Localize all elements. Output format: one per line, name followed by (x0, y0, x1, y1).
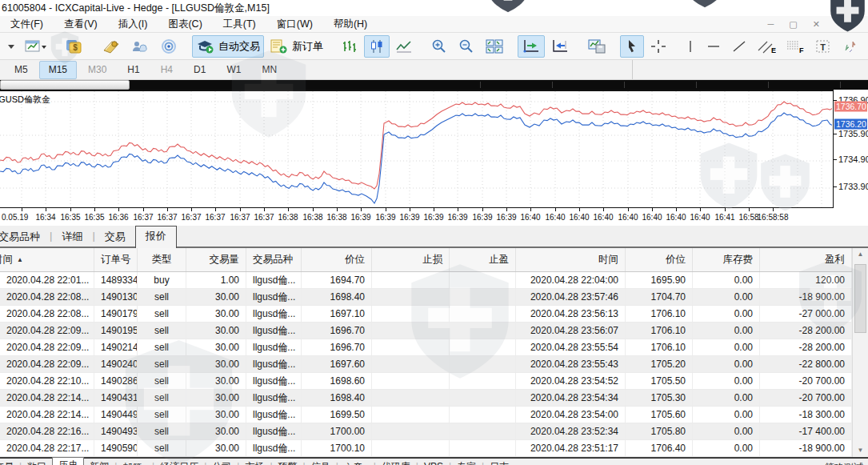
data-cloud-button[interactable] (126, 35, 154, 58)
menu-查看[interactable]: 查看(V) (54, 16, 108, 32)
window-controls[interactable]: ─ ▢ ✕ (767, 16, 826, 32)
templates-button[interactable] (583, 35, 610, 58)
table-row[interactable]: 2020.04.28 22:08...1490179sell30.00llgus… (0, 306, 852, 323)
bottom-tab-交易[interactable]: 交易 (0, 459, 19, 465)
chart-shift-button[interactable] (546, 35, 574, 58)
menu-文件[interactable]: 文件(F) (0, 16, 54, 32)
table-row[interactable]: 2020.04.28 22:14...1490449sell30.00llgus… (0, 407, 852, 423)
table-row[interactable]: 2020.04.28 22:16...1490493sell30.00llgus… (0, 423, 852, 440)
chart-hscrollbar[interactable] (0, 80, 868, 90)
cell-7 (450, 423, 516, 439)
autotrading-label: 自动交易 (218, 39, 260, 54)
dropdown-arrow-button[interactable] (3, 35, 19, 58)
chart-window[interactable]: LLGUSD倫敦金 1736.901735.901734.901733.9017… (0, 90, 868, 226)
chart-plot[interactable]: LLGUSD倫敦金 (0, 90, 834, 208)
column-header-1[interactable]: 订单号 (94, 248, 138, 271)
menu-工具[interactable]: 工具(T) (213, 16, 266, 32)
bottom-tab-专家[interactable]: 专家 (451, 459, 482, 465)
vertical-line-button[interactable] (681, 35, 700, 58)
panel-tab-交易[interactable]: 交易 (95, 227, 135, 247)
column-header-7[interactable]: 止盈 (450, 248, 516, 271)
column-header-0[interactable]: 时间▲ (0, 248, 94, 271)
bottom-tab-经济日历[interactable]: 经济日历 (154, 459, 204, 465)
candlestick-chart-button[interactable] (364, 35, 390, 58)
column-header-6[interactable]: 止损 (372, 248, 450, 271)
text-label-button[interactable]: T (810, 35, 836, 58)
scroll-down-arrow[interactable]: ▼ (853, 444, 868, 457)
bottom-tab-敞口[interactable]: 敞口 (22, 459, 52, 465)
menu-图表[interactable]: 图表(C) (158, 16, 212, 32)
bottom-tab-新闻[interactable]: 新闻 (84, 459, 114, 465)
scroll-up-arrow[interactable]: ▲ (853, 248, 868, 261)
bottom-tab-公司[interactable]: 公司 (206, 459, 237, 465)
table-row[interactable]: 2020.04.28 22:09...1490195sell30.00llgus… (0, 323, 852, 339)
menu-帮助[interactable]: 帮助(H) (323, 16, 378, 32)
table-row[interactable]: 2020.04.28 22:01...1489334buy1.00llgusd倫… (0, 272, 852, 289)
navigator-radar-button[interactable] (155, 35, 182, 58)
search-button[interactable] (865, 35, 868, 58)
autotrading-button[interactable]: 自动交易 (192, 35, 264, 58)
table-row[interactable]: 2020.04.28 22:10...1490286sell30.00llgus… (0, 373, 852, 390)
bottom-tab-日志[interactable]: 日志 (484, 459, 514, 465)
column-header-11[interactable]: 盈利 (760, 248, 852, 271)
market-watch-book-button[interactable] (98, 35, 125, 58)
table-scrollbar[interactable]: ▲ ▼ (852, 248, 868, 457)
timeframe-mn[interactable]: MN (252, 61, 286, 79)
chart-canvas[interactable] (0, 91, 832, 207)
strategy-tester-label[interactable]: 策略测试 (825, 461, 863, 465)
tile-windows-button[interactable] (481, 35, 508, 58)
bottom-tab-邮箱[interactable]: 邮箱● (117, 459, 152, 465)
column-header-10[interactable]: 库存费 (693, 248, 760, 271)
bottom-tab-信号[interactable]: 信号 (306, 459, 336, 465)
timeframe-h4[interactable]: H4 (151, 61, 182, 79)
menu-bar: ─ ▢ ✕ 文件(F)查看(V)插入(I)图表(C)工具(T)窗口(W)帮助(H… (0, 16, 868, 33)
table-row[interactable]: 2020.04.28 22:14...1490431sell30.00llgus… (0, 390, 852, 407)
column-header-9[interactable]: 价位 (626, 248, 693, 271)
table-row[interactable]: 2020.04.28 22:08...1490130sell30.00llgus… (0, 289, 852, 306)
column-header-3[interactable]: 交易量 (186, 248, 246, 271)
bottom-tab-代码库[interactable]: 代码库 (376, 459, 416, 465)
cell-3: 30.00 (186, 356, 246, 372)
panel-tab-交易品种[interactable]: 交易品种 (0, 227, 50, 247)
table-row[interactable]: 2020.04.28 22:09...1490240sell30.00llgus… (0, 356, 852, 373)
menu-插入[interactable]: 插入(I) (108, 16, 158, 32)
column-header-8[interactable]: 时间 (516, 248, 626, 271)
equidistant-channel-button[interactable]: E (753, 35, 780, 58)
timeframe-m5[interactable]: M5 (5, 61, 38, 79)
timeframe-m15[interactable]: M15 (39, 61, 77, 79)
table-row[interactable]: 2020.04.28 22:17...1490590sell30.00llgus… (0, 440, 852, 457)
column-header-5[interactable]: 价位 (302, 248, 372, 271)
bottom-tab-市场[interactable]: 市场 (239, 459, 270, 465)
zoom-in-button[interactable] (426, 35, 452, 58)
column-header-2[interactable]: 类型 (138, 248, 186, 271)
bar-chart-button[interactable] (337, 35, 362, 58)
menu-窗口[interactable]: 窗口(W) (266, 16, 323, 32)
column-header-4[interactable]: 交易品种 (246, 248, 302, 271)
bottom-tab-文章[interactable]: 文章● (338, 459, 374, 465)
line-chart-button[interactable] (391, 35, 417, 58)
arrow-objects-button[interactable] (838, 35, 863, 58)
cursor-button[interactable] (620, 35, 644, 58)
timeframe-w1[interactable]: W1 (217, 61, 250, 79)
timeframe-d1[interactable]: D1 (184, 61, 215, 79)
scroll-thumb[interactable] (854, 264, 866, 333)
table-row[interactable]: 2020.04.28 22:09...1490214sell30.00llgus… (0, 339, 852, 356)
panel-tab-报价[interactable]: 报价 (135, 226, 177, 248)
new-order-button[interactable]: 新订单 (266, 35, 327, 58)
bottom-tab-VPS[interactable]: VPS (418, 459, 449, 465)
timeframe-h1[interactable]: H1 (118, 61, 149, 79)
crosshair-button[interactable] (646, 35, 671, 58)
fibonacci-button[interactable]: F (782, 35, 809, 58)
bottom-tab-历史[interactable]: 历史 (52, 457, 84, 465)
panel-tab-详细[interactable]: 详细 (52, 227, 92, 247)
hscroll-thumb[interactable] (0, 80, 130, 90)
timeframe-m30[interactable]: M30 (78, 61, 116, 79)
horizontal-line-button[interactable] (702, 35, 726, 58)
new-order-icon (270, 38, 289, 54)
profiles-button[interactable]: $ (61, 35, 88, 58)
new-chart-button[interactable] (21, 35, 51, 58)
bottom-tab-预警[interactable]: 预警 (273, 459, 303, 465)
zoom-out-button[interactable] (454, 35, 479, 58)
auto-scroll-button[interactable] (518, 35, 545, 58)
trendline-button[interactable] (727, 35, 751, 58)
